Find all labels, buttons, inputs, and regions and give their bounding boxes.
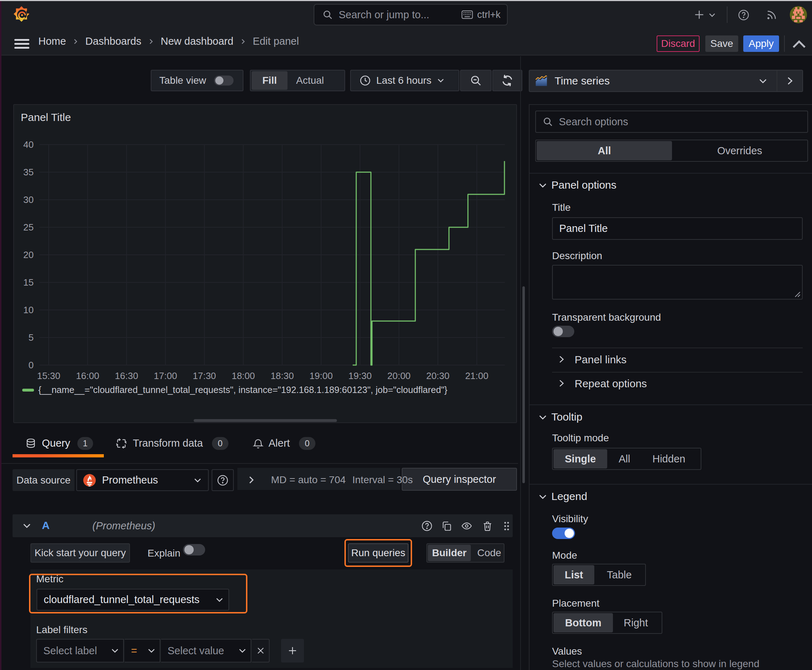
svg-text:25: 25	[23, 222, 34, 233]
svg-text:17:30: 17:30	[193, 371, 216, 381]
svg-text:20:00: 20:00	[387, 371, 411, 381]
svg-text:18:30: 18:30	[271, 371, 294, 381]
svg-text:18:00: 18:00	[232, 371, 255, 381]
svg-text:21:00: 21:00	[465, 371, 488, 381]
svg-text:17:00: 17:00	[154, 371, 177, 381]
svg-text:20:30: 20:30	[426, 371, 449, 381]
svg-text:16:00: 16:00	[76, 371, 99, 381]
svg-text:5: 5	[29, 332, 34, 343]
svg-text:19:30: 19:30	[348, 371, 371, 381]
svg-text:0: 0	[29, 360, 34, 371]
svg-text:10: 10	[23, 305, 34, 315]
svg-text:40: 40	[23, 139, 34, 150]
svg-text:35: 35	[23, 167, 34, 178]
svg-text:30: 30	[23, 195, 34, 205]
svg-text:15:30: 15:30	[37, 371, 60, 381]
svg-text:16:30: 16:30	[115, 371, 138, 381]
svg-text:15: 15	[23, 277, 34, 288]
svg-text:19:00: 19:00	[309, 371, 332, 381]
svg-text:20: 20	[23, 249, 34, 260]
svg-text:{__name__="cloudflared_tunnel_: {__name__="cloudflared_tunnel_total_requ…	[38, 385, 448, 395]
